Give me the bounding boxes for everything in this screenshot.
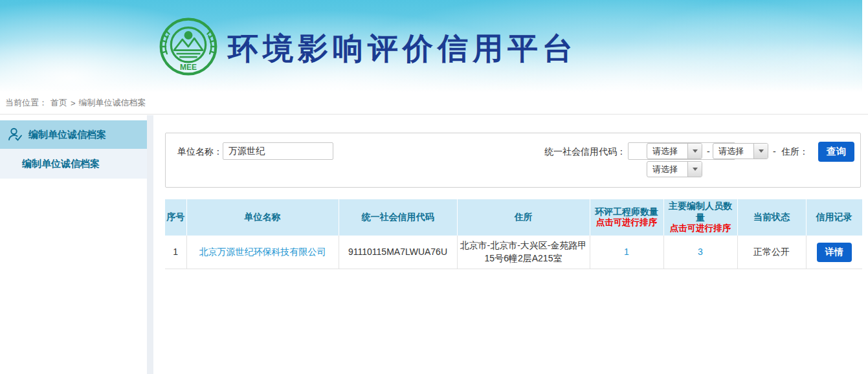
- sidebar-divider: [147, 115, 153, 374]
- col-header-index: 序号: [165, 199, 186, 236]
- person-check-icon: [7, 127, 23, 142]
- cell-credit-code: 91110115MA7LWUA76U: [339, 236, 457, 269]
- col-header-engineer-count-label: 环评工程师数量: [595, 206, 658, 217]
- address-dash-1: -: [707, 143, 710, 160]
- col-header-staff-count-label: 主要编制人员数量: [669, 201, 732, 223]
- breadcrumb: 当前位置： 首页 > 编制单位诚信档案: [0, 92, 868, 115]
- staff-count-link[interactable]: 3: [698, 247, 703, 257]
- site-header: MEE 环境影响评价信用平台: [0, 0, 862, 92]
- dropdown-arrow-icon[interactable]: [687, 162, 702, 177]
- address-city-select[interactable]: 请选择: [713, 143, 768, 159]
- address-city-value: 请选择: [713, 144, 753, 159]
- breadcrumb-separator: >: [71, 98, 76, 108]
- breadcrumb-home-link[interactable]: 首页: [50, 97, 67, 109]
- address-district-value: 请选择: [647, 162, 687, 177]
- cell-status: 正常公开: [737, 236, 806, 269]
- unit-name-label: 单位名称：: [177, 143, 223, 160]
- cell-index: 1: [165, 236, 186, 269]
- mee-logo-text: MEE: [180, 63, 197, 72]
- table-row: 1 北京万源世纪环保科技有限公司 91110115MA7LWUA76U 北京市-…: [165, 236, 862, 269]
- breadcrumb-prefix: 当前位置：: [5, 97, 47, 109]
- col-header-company: 单位名称: [186, 199, 339, 236]
- address-district-select[interactable]: 请选择: [647, 161, 702, 177]
- sidebar: 编制单位诚信档案 编制单位诚信档案: [0, 115, 147, 374]
- address-province-select[interactable]: 请选择: [647, 143, 702, 159]
- table-header-row: 序号 单位名称 统一社会信用代码 住所 环评工程师数量 点击可进行排序 主要编制…: [165, 199, 862, 236]
- dropdown-arrow-icon[interactable]: [753, 144, 768, 159]
- col-header-credit-record: 信用记录: [806, 199, 862, 236]
- mee-logo-icon: MEE: [159, 17, 218, 76]
- col-header-credit-code: 统一社会信用代码: [339, 199, 457, 236]
- address-dash-2: -: [773, 143, 776, 160]
- col-header-engineer-count[interactable]: 环评工程师数量 点击可进行排序: [590, 199, 663, 236]
- unit-name-input[interactable]: [223, 142, 333, 160]
- page: MEE 环境影响评价信用平台 当前位置： 首页 > 编制单位诚信档案 编制单位诚…: [0, 0, 868, 374]
- engineer-count-link[interactable]: 1: [624, 247, 629, 257]
- search-panel: 单位名称： 统一社会信用代码： 住所： 请选择 - 请选择 - 请选择 查询: [165, 133, 861, 188]
- sort-hint-staff[interactable]: 点击可进行排序: [665, 223, 736, 234]
- credit-code-label: 统一社会信用代码：: [544, 143, 626, 160]
- sidebar-item-label: 编制单位诚信档案: [28, 129, 106, 141]
- cell-address: 北京市-北京市-大兴区-金苑路甲15号6幢2层A215室: [457, 236, 590, 269]
- address-province-value: 请选择: [647, 144, 687, 159]
- results-table: 序号 单位名称 统一社会信用代码 住所 环评工程师数量 点击可进行排序 主要编制…: [165, 199, 862, 269]
- query-button[interactable]: 查询: [818, 142, 854, 162]
- col-header-staff-count[interactable]: 主要编制人员数量 点击可进行排序: [663, 199, 737, 236]
- sidebar-subitem-unit-credit-archive[interactable]: 编制单位诚信档案: [0, 149, 147, 179]
- breadcrumb-current: 编制单位诚信档案: [79, 97, 146, 109]
- col-header-address: 住所: [457, 199, 590, 236]
- detail-button[interactable]: 详情: [817, 243, 852, 262]
- address-label: 住所：: [781, 143, 808, 160]
- dropdown-arrow-icon[interactable]: [687, 144, 702, 159]
- sidebar-subitem-label: 编制单位诚信档案: [22, 158, 100, 170]
- sidebar-item-unit-credit-archive[interactable]: 编制单位诚信档案: [0, 120, 147, 149]
- site-title: 环境影响评价信用平台: [228, 28, 577, 69]
- company-link[interactable]: 北京万源世纪环保科技有限公司: [199, 247, 326, 257]
- sort-hint-engineer[interactable]: 点击可进行排序: [592, 217, 662, 228]
- col-header-status: 当前状态: [737, 199, 806, 236]
